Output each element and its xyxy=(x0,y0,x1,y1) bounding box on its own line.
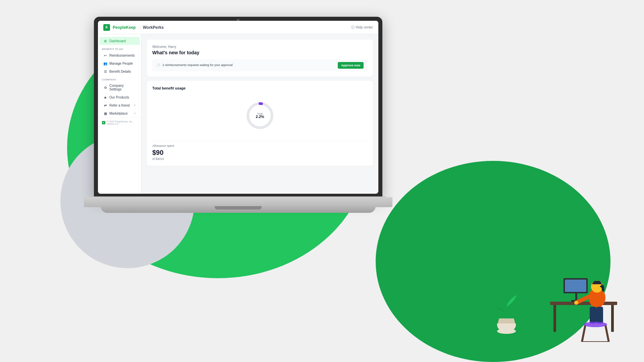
sidebar-label-marketplace: Marketplace xyxy=(109,112,127,115)
allowance-total: of $4010 xyxy=(152,157,368,161)
products-icon: ◈ xyxy=(103,95,107,99)
donut-chart-svg: Total 2.2% xyxy=(245,101,275,131)
logo-mark: K xyxy=(103,24,110,31)
sidebar-item-benefit-details[interactable]: ☰ Benefit Details xyxy=(99,67,140,75)
people-icon: 👥 xyxy=(103,61,107,65)
svg-point-13 xyxy=(574,301,578,305)
main-content: Welcome, Harry What's new for today 📄 2 … xyxy=(142,34,378,194)
notification-message: 2 reimbursements requests waiting for yo… xyxy=(162,63,233,67)
product-name: WorkPerks xyxy=(140,25,164,30)
allowance-info: Allowance spent $90 of $4010 xyxy=(152,141,368,161)
reimbursements-icon: ↩ xyxy=(103,53,107,57)
help-center-label: Help center xyxy=(356,25,373,29)
laptop-screen-inner: K PeopleKeep WorkPerks ⓘ Help center xyxy=(98,21,378,194)
welcome-title: What's new for today xyxy=(152,50,368,55)
allowance-amount: $90 xyxy=(152,149,368,157)
donut-chart-container: Total 2.2% xyxy=(152,96,368,136)
marketplace-icon: ▦ xyxy=(103,111,107,115)
external-link-icon: ↗ xyxy=(133,104,136,107)
svg-rect-5 xyxy=(553,305,556,332)
sidebar-label-company-settings: Company Settings xyxy=(109,84,136,91)
external-link-icon-2: ↗ xyxy=(133,112,136,115)
dashboard-icon: ⊞ xyxy=(103,39,107,43)
svg-rect-4 xyxy=(550,302,617,305)
benefit-details-icon: ☰ xyxy=(103,69,107,73)
svg-rect-10 xyxy=(565,280,586,292)
benefit-usage-title: Total benefit usage xyxy=(152,86,368,90)
nav-logo: K PeopleKeep WorkPerks xyxy=(103,24,164,31)
welcome-greeting: Welcome, Harry xyxy=(152,45,368,49)
laptop-base xyxy=(84,197,392,207)
footer-copyright: © 2023 PeopleKeep, Inc. xyxy=(107,120,133,123)
person-desk-illustration xyxy=(523,248,617,342)
svg-rect-6 xyxy=(611,305,614,332)
allowance-label: Allowance spent xyxy=(152,144,368,147)
donut-value-text: 2.2% xyxy=(256,115,264,119)
footer-version: Version 3.0 xyxy=(107,123,133,125)
refer-icon: ⇄ xyxy=(103,103,107,107)
notification-text-container: 📄 2 reimbursements requests waiting for … xyxy=(156,63,233,67)
sidebar-label-dashboard: Dashboard xyxy=(109,39,126,43)
sidebar-item-marketplace[interactable]: ▦ Marketplace ↗ xyxy=(99,109,140,117)
sidebar-item-reimbursements[interactable]: ↩ Reimbursements xyxy=(99,51,140,59)
sidebar-section-company: COMPANY xyxy=(98,75,141,82)
sidebar-item-refer-friend[interactable]: ⇄ Refer a friend ↗ xyxy=(99,101,140,109)
sidebar-label-our-products: Our Products xyxy=(109,96,129,99)
sidebar-item-manage-people[interactable]: 👥 Manage People xyxy=(99,59,140,67)
approve-now-button[interactable]: Approve now xyxy=(338,62,364,69)
app-container: K PeopleKeep WorkPerks ⓘ Help center xyxy=(98,21,378,194)
svg-rect-14 xyxy=(590,307,596,323)
sidebar-section-benefit-plan: BENEFIT PLAN xyxy=(98,45,141,51)
sidebar-item-our-products[interactable]: ◈ Our Products xyxy=(99,93,140,101)
question-icon: ⓘ xyxy=(351,25,355,30)
sidebar-label-manage-people: Manage People xyxy=(109,62,133,65)
svg-line-16 xyxy=(582,325,585,342)
plant-illustration xyxy=(490,292,523,335)
help-center-link[interactable]: ⓘ Help center xyxy=(351,25,373,30)
laptop-wrapper: K PeopleKeep WorkPerks ⓘ Help center xyxy=(84,17,392,225)
sidebar-footer: K © 2023 PeopleKeep, Inc. Version 3.0 xyxy=(98,117,141,128)
app-body: ⊞ Dashboard BENEFIT PLAN ↩ Reimbursement… xyxy=(98,34,378,194)
sidebar-label-benefit-details: Benefit Details xyxy=(109,70,131,73)
svg-line-17 xyxy=(605,325,609,342)
laptop-notch xyxy=(215,206,262,209)
footer-logo: K xyxy=(102,121,105,124)
top-nav: K PeopleKeep WorkPerks ⓘ Help center xyxy=(98,21,378,34)
notification-row: 📄 2 reimbursements requests waiting for … xyxy=(152,59,368,71)
sidebar: ⊞ Dashboard BENEFIT PLAN ↩ Reimbursement… xyxy=(98,34,142,194)
laptop-screen: K PeopleKeep WorkPerks ⓘ Help center xyxy=(94,17,382,198)
sidebar-item-company-settings[interactable]: ⚙ Company Settings xyxy=(99,82,140,93)
sidebar-label-reimbursements: Reimbursements xyxy=(109,54,135,57)
sidebar-item-dashboard[interactable]: ⊞ Dashboard xyxy=(99,37,140,45)
logo-brand: PeopleKeep xyxy=(113,25,136,30)
settings-icon: ⚙ xyxy=(103,85,107,89)
welcome-card: Welcome, Harry What's new for today 📄 2 … xyxy=(147,40,373,77)
svg-rect-15 xyxy=(596,307,603,323)
logo-brand-plain: Keep xyxy=(126,25,136,30)
sidebar-label-refer-friend: Refer a friend xyxy=(109,104,130,107)
benefit-usage-card: Total benefit usage Total 2.2% xyxy=(147,81,373,166)
document-icon: 📄 xyxy=(156,64,160,67)
logo-brand-colored: People xyxy=(113,25,126,30)
svg-point-19 xyxy=(584,322,607,327)
